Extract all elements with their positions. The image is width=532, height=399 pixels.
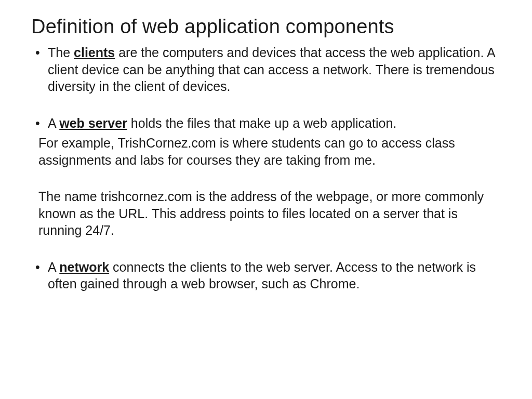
bullet-pre-text: A <box>48 260 59 274</box>
bullet-pre-text: The <box>48 45 74 60</box>
continuation-example: For example, TrishCornez.com is where st… <box>38 135 501 168</box>
bullet-web-server: A web server holds the files that make u… <box>48 115 501 132</box>
slide-title: Definition of web application components <box>31 16 501 38</box>
bullet-post-text: connects the clients to the web server. … <box>48 260 476 291</box>
bullet-post-text: holds the files that make up a web appli… <box>127 116 396 130</box>
continuation-url: The name trishcornez.com is the address … <box>38 188 501 239</box>
bullet-clients: The clients are the computers and device… <box>48 44 501 95</box>
bullet-network: A network connects the clients to the we… <box>48 259 501 292</box>
term-clients: clients <box>74 45 115 60</box>
term-web-server: web server <box>59 116 127 130</box>
slide-content: The clients are the computers and device… <box>31 44 501 292</box>
bullet-post-text: are the computers and devices that acces… <box>48 45 495 94</box>
term-network: network <box>59 260 109 274</box>
bullet-pre-text: A <box>48 116 59 130</box>
